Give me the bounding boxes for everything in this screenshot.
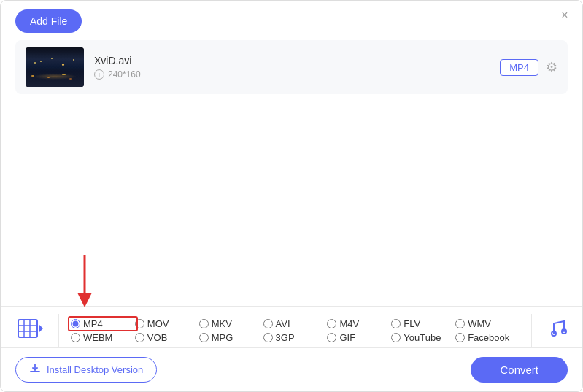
- toolbar: Add File: [1, 1, 582, 40]
- install-desktop-button[interactable]: Install Desktop Version: [15, 357, 157, 383]
- format-option-vob[interactable]: VOB: [135, 332, 199, 343]
- format-option-mkv[interactable]: MKV: [199, 318, 263, 329]
- format-option-webm[interactable]: WEBM: [71, 332, 135, 343]
- music-icon: [547, 318, 568, 344]
- action-bar: Install Desktop Version Convert: [1, 347, 582, 391]
- file-meta: i 240*160: [94, 69, 490, 80]
- format-label-3gp: 3GP: [276, 332, 295, 343]
- format-grid: MP4 MOV MKV AVI M4V FLV WMV: [59, 314, 531, 347]
- convert-button[interactable]: Convert: [471, 357, 568, 383]
- svg-marker-7: [39, 324, 43, 333]
- install-label: Install Desktop Version: [47, 364, 143, 375]
- format-option-gif[interactable]: GIF: [327, 332, 391, 343]
- format-label-mov: MOV: [147, 318, 169, 329]
- format-option-facebook[interactable]: Facebook: [455, 332, 520, 343]
- format-label-mkv: MKV: [212, 318, 232, 329]
- format-option-mpg[interactable]: MPG: [199, 332, 263, 343]
- file-list: XviD.avi i 240*160 MP4 ⚙: [1, 40, 582, 306]
- file-actions: MP4 ⚙: [500, 59, 557, 76]
- file-resolution: 240*160: [108, 69, 141, 80]
- main-window: × Add File: [0, 0, 583, 392]
- format-label-avi: AVI: [276, 318, 290, 329]
- format-option-flv[interactable]: FLV: [391, 318, 455, 329]
- format-label-webm: WEBM: [83, 332, 112, 343]
- format-label-flv: FLV: [404, 318, 420, 329]
- info-icon: i: [94, 69, 104, 80]
- svg-rect-2: [18, 320, 37, 337]
- format-option-avi[interactable]: AVI: [263, 318, 328, 329]
- video-icon: [17, 315, 43, 347]
- format-panel: MP4 MOV MKV AVI M4V FLV WMV: [1, 306, 582, 347]
- format-badge[interactable]: MP4: [500, 59, 538, 76]
- format-option-3gp[interactable]: 3GP: [263, 332, 328, 343]
- format-label-mp4: MP4: [83, 318, 103, 329]
- file-item: XviD.avi i 240*160 MP4 ⚙: [15, 40, 568, 94]
- file-info: XviD.avi i 240*160: [94, 55, 490, 80]
- format-label-mpg: MPG: [212, 332, 233, 343]
- format-panel-left: [1, 314, 59, 347]
- format-label-facebook: Facebook: [468, 332, 509, 343]
- format-label-m4v: M4V: [339, 318, 359, 329]
- format-label-gif: GIF: [339, 332, 355, 343]
- format-option-youtube[interactable]: YouTube: [391, 332, 455, 343]
- close-button[interactable]: ×: [557, 8, 572, 23]
- download-icon: [29, 363, 41, 377]
- add-file-button[interactable]: Add File: [15, 9, 82, 33]
- format-option-wmv[interactable]: WMV: [455, 318, 520, 329]
- format-label-youtube: YouTube: [404, 332, 441, 343]
- format-option-m4v[interactable]: M4V: [327, 318, 391, 329]
- format-label-vob: VOB: [147, 332, 167, 343]
- file-thumbnail: [26, 47, 84, 87]
- format-label-wmv: WMV: [468, 318, 491, 329]
- format-option-mp4[interactable]: MP4: [71, 318, 135, 329]
- settings-icon[interactable]: ⚙: [546, 59, 557, 75]
- format-option-mov[interactable]: MOV: [135, 318, 199, 329]
- format-panel-right: [531, 314, 582, 347]
- file-name: XviD.avi: [94, 55, 490, 66]
